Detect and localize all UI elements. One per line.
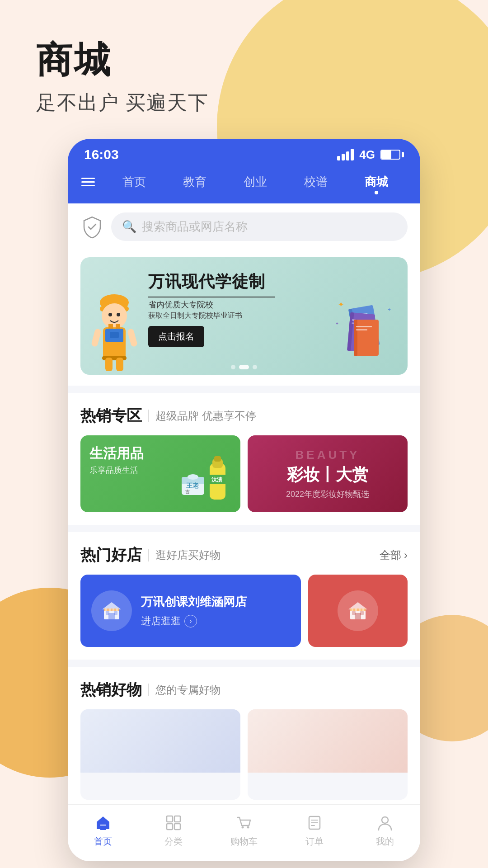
hot-sales-header: 热销专区 超级品牌 优惠享不停 — [80, 406, 408, 426]
content-area: 🔍 搜索商品或网店名称 — [68, 203, 420, 861]
product-bottles-icon: 王老 吉 汰渍 — [177, 450, 236, 509]
page-header: 商城 足不出户 买遍天下 — [0, 0, 488, 116]
svg-text:+: + — [336, 321, 338, 326]
hot-products-title: 热销好物 — [80, 679, 142, 700]
svg-rect-42 — [108, 613, 115, 619]
banner-subtitle2: 获取全日制大专院校毕业证书 — [148, 311, 275, 321]
svg-rect-26 — [356, 329, 367, 330]
store-action: 进店逛逛 › — [141, 614, 290, 628]
svg-rect-62 — [174, 816, 180, 822]
bottom-nav-orders-label: 订单 — [305, 835, 324, 848]
home-icon — [94, 814, 112, 832]
svg-rect-46 — [105, 609, 107, 611]
phone-mockup: 16:03 4G 首页 教育 创业 — [68, 139, 420, 861]
store-card-red[interactable] — [308, 575, 408, 647]
svg-rect-63 — [167, 824, 173, 830]
svg-rect-61 — [167, 816, 173, 822]
store-name: 万讯创课刘维涵网店 — [141, 594, 290, 610]
bottom-nav-cart[interactable]: 购物车 — [209, 814, 279, 848]
search-icon: 🔍 — [122, 220, 136, 234]
store-info: 万讯创课刘维涵网店 进店逛逛 › — [141, 594, 290, 628]
product-card-2[interactable] — [248, 709, 408, 800]
store-building-icon-2 — [347, 599, 369, 622]
status-icons: 4G — [337, 148, 404, 162]
svg-rect-11 — [105, 358, 113, 371]
hot-stores-section: 热门好店 逛好店买好物 全部 › — [68, 532, 420, 660]
bottom-nav-orders[interactable]: 订单 — [279, 814, 350, 848]
hot-products-subtitle: 您的专属好物 — [155, 683, 221, 697]
see-all-stores[interactable]: 全部 › — [380, 548, 408, 562]
hot-stores-title: 热门好店 — [80, 545, 142, 566]
svg-point-3 — [108, 313, 112, 316]
cosmetics-en: BEAUTY — [248, 448, 408, 462]
svg-rect-9 — [110, 332, 119, 338]
worker-illustration — [80, 275, 148, 375]
svg-rect-37 — [214, 456, 221, 462]
svg-text:王老: 王老 — [186, 482, 199, 489]
banner-btn[interactable]: 点击报名 — [148, 326, 204, 347]
svg-rect-56 — [352, 609, 353, 611]
svg-rect-14 — [127, 328, 138, 347]
svg-rect-59 — [362, 609, 364, 611]
hot-card-cosmetics[interactable]: BEAUTY 彩妆丨大赏 2022年度彩妆好物甄选 — [248, 435, 408, 512]
page-title: 商城 — [36, 36, 488, 85]
user-icon — [376, 814, 394, 832]
svg-point-2 — [102, 303, 127, 329]
store-icon-circle — [91, 590, 132, 631]
bottom-nav-category-label: 分类 — [164, 835, 183, 848]
banner-ad[interactable]: 万讯现代学徒制 省内优质大专院校 获取全日制大专院校毕业证书 点击报名 — [80, 257, 408, 375]
nav-item-education[interactable]: 教育 — [178, 171, 212, 193]
hot-stores-subtitle: 逛好店买好物 — [155, 548, 221, 562]
svg-point-71 — [382, 817, 388, 823]
hot-card-daily-goods[interactable]: 生活用品 乐享品质生活 王老 吉 — [80, 435, 240, 512]
bottom-nav-category[interactable]: 分类 — [138, 814, 209, 848]
svg-rect-24 — [354, 320, 357, 356]
network-label: 4G — [359, 148, 375, 162]
hot-sales-title: 热销专区 — [80, 406, 142, 426]
store-action-label: 进店逛逛 — [141, 614, 181, 628]
shield-icon — [80, 215, 104, 239]
svg-point-4 — [117, 313, 120, 316]
svg-rect-13 — [91, 328, 102, 347]
status-bar: 16:03 4G — [68, 139, 420, 167]
hot-card-daily-title: 生活用品 — [89, 444, 144, 463]
bottom-nav-profile-label: 我的 — [376, 835, 394, 848]
books-illustration: ✦ + + — [333, 289, 397, 361]
cosmetics-title: 彩妆丨大赏 — [248, 464, 408, 486]
hot-products-section: 热销好物 您的专属好物 — [68, 667, 420, 804]
bottom-nav: 首页 分类 购物车 — [68, 804, 420, 861]
nav-item-shop[interactable]: 商城 — [359, 171, 394, 193]
svg-rect-52 — [355, 613, 361, 619]
nav-item-business[interactable]: 创业 — [238, 171, 272, 193]
svg-rect-12 — [116, 358, 123, 371]
nav-bar: 首页 教育 创业 校谱 商城 — [68, 167, 420, 203]
svg-rect-48 — [113, 609, 114, 611]
svg-rect-47 — [109, 609, 111, 611]
svg-text:汰渍: 汰渍 — [211, 476, 223, 483]
hot-products-header: 热销好物 您的专属好物 — [80, 679, 408, 700]
bottom-nav-cart-label: 购物车 — [230, 835, 258, 848]
product-card-1[interactable] — [80, 709, 240, 800]
search-bar[interactable]: 🔍 搜索商品或网店名称 — [111, 212, 408, 241]
bottom-nav-profile[interactable]: 我的 — [350, 814, 420, 848]
store-card-wanxun[interactable]: 万讯创课刘维涵网店 进店逛逛 › — [80, 575, 301, 647]
bottom-nav-home[interactable]: 首页 — [68, 814, 138, 848]
order-icon — [305, 814, 324, 832]
svg-text:✦: ✦ — [338, 301, 344, 308]
svg-rect-60 — [100, 826, 106, 830]
page-subtitle: 足不出户 买遍天下 — [36, 90, 488, 116]
search-placeholder: 搜索商品或网店名称 — [142, 219, 248, 235]
menu-icon[interactable] — [81, 178, 95, 186]
svg-rect-49 — [116, 609, 118, 611]
svg-marker-41 — [102, 602, 121, 609]
hot-card-daily-sub: 乐享品质生活 — [89, 465, 144, 476]
signal-icon — [337, 149, 354, 160]
nav-item-school[interactable]: 校谱 — [299, 171, 333, 193]
store-building-icon — [100, 599, 123, 622]
nav-item-home[interactable]: 首页 — [117, 171, 151, 193]
banner-dots — [231, 365, 257, 369]
stores-grid: 万讯创课刘维涵网店 进店逛逛 › — [80, 575, 408, 647]
bottom-nav-home-label: 首页 — [94, 835, 112, 848]
hot-sales-subtitle: 超级品牌 优惠享不停 — [155, 409, 256, 423]
products-preview — [80, 709, 408, 800]
